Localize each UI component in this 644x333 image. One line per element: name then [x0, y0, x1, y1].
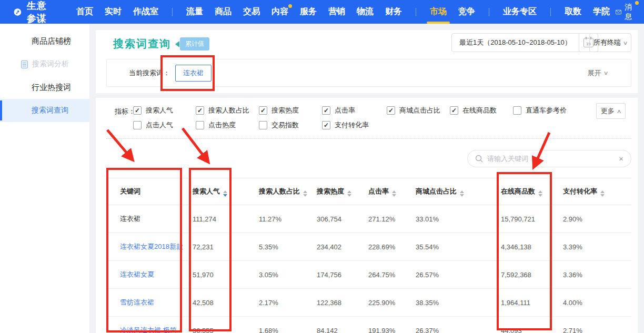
metric-支付转化率[interactable]: ✓支付转化率: [322, 118, 369, 133]
checkbox-checked[interactable]: ✓: [196, 106, 204, 115]
nav-item-内容[interactable]: 内容: [271, 0, 288, 24]
nav-item-物流[interactable]: 物流: [357, 0, 374, 24]
nav-item-财务[interactable]: 财务: [385, 0, 402, 24]
column-header-在线商品数[interactable]: 在线商品数: [497, 178, 559, 205]
nav-item-商品[interactable]: 商品: [215, 0, 232, 24]
keyword-cell[interactable]: 连衣裙女夏: [106, 261, 188, 289]
table-header-row: 关键词搜索人气搜索人数占比搜索热度点击率商城点击占比在线商品数支付转化率: [106, 178, 631, 205]
page-title: 搜索词查询: [113, 37, 171, 51]
value-cell: 3.39%: [559, 233, 631, 261]
nav-item-流量[interactable]: 流量: [186, 0, 203, 24]
nav-item-实时[interactable]: 实时: [105, 0, 122, 24]
nav-item-服务[interactable]: 服务: [300, 0, 317, 24]
nav-item-学院[interactable]: 学院: [593, 0, 610, 24]
sort-icon[interactable]: [392, 190, 396, 197]
metric-label: 点击热度: [208, 120, 236, 130]
sort-icon[interactable]: [460, 190, 464, 197]
metric-搜索人气[interactable]: ✓搜索人气: [133, 103, 173, 118]
metric-商城点击占比[interactable]: ✓商城点击占比: [387, 103, 440, 118]
checkbox-checked[interactable]: ✓: [322, 121, 330, 129]
column-header-搜索人数占比[interactable]: 搜索人数占比: [255, 178, 313, 205]
nav-item-竞争[interactable]: 竞争: [458, 0, 475, 24]
checkbox-checked[interactable]: ✓: [387, 106, 395, 115]
metric-label: 交易指数: [271, 120, 299, 130]
date-range-text: 最近1天（2018-05-10~2018-05-10）: [452, 38, 579, 47]
metric-交易指数[interactable]: 交易指数: [259, 118, 299, 133]
sidebar-item-行业热搜词[interactable]: 行业热搜词: [0, 76, 89, 99]
chevron-up-icon: ∧: [616, 108, 621, 114]
sort-icon[interactable]: [303, 190, 307, 197]
terminal-label: 所有终端: [593, 38, 621, 47]
results-card: 指标： ✓搜索人气✓搜索人数占比✓搜索热度✓点击率✓商城点击占比✓在线商品数直通…: [96, 98, 638, 333]
nav-item-作战室[interactable]: 作战室: [133, 0, 158, 24]
metric-在线商品数[interactable]: ✓在线商品数: [450, 103, 497, 118]
checkbox-checked[interactable]: ✓: [259, 106, 267, 115]
metric-label: 搜索人数占比: [208, 106, 249, 115]
metric-点击热度[interactable]: 点击热度: [196, 118, 236, 133]
value-cell: 4.00%: [559, 289, 631, 317]
nav-item-营销[interactable]: 营销: [328, 0, 345, 24]
current-search-term[interactable]: 连衣裙: [175, 65, 212, 82]
keyword-search-input[interactable]: [487, 155, 615, 163]
sidebar-item-搜索词分析[interactable]: 搜索词分析: [0, 53, 89, 76]
messages-label: 消息: [625, 3, 635, 22]
expand-link[interactable]: 展开 ∨: [588, 68, 608, 78]
clear-icon[interactable]: ×: [619, 154, 623, 163]
metrics-label: 指标：: [115, 107, 135, 116]
brand[interactable]: 生意参谋: [14, 0, 49, 25]
sort-icon[interactable]: [600, 190, 605, 197]
document-icon: [21, 60, 28, 68]
sort-icon[interactable]: [223, 190, 227, 197]
nav-item-取数[interactable]: 取数: [565, 0, 581, 24]
nav-item-交易[interactable]: 交易: [243, 0, 260, 24]
metric-搜索热度[interactable]: ✓搜索热度: [259, 103, 299, 118]
date-range-picker[interactable]: 最近1天（2018-05-10~2018-05-10） 15: [451, 33, 598, 52]
sort-icon[interactable]: [538, 190, 542, 197]
sort-desc-icon: [347, 194, 351, 197]
value-cell: 5.35%: [255, 233, 313, 261]
value-cell: 3.36%: [559, 261, 631, 289]
column-header-商城点击占比[interactable]: 商城点击占比: [411, 178, 497, 205]
sort-asc-icon: [223, 190, 227, 193]
metric-点击人气[interactable]: 点击人气: [133, 118, 173, 133]
terminal-select[interactable]: 所有终端 ∨: [589, 33, 631, 52]
nav-item-业务专区[interactable]: 业务专区: [503, 0, 537, 24]
column-header-支付转化率[interactable]: 支付转化率: [559, 178, 631, 205]
chevron-down-icon: ∨: [622, 40, 628, 46]
column-header-搜索人气[interactable]: 搜索人气: [188, 178, 255, 205]
checkbox-checked[interactable]: ✓: [450, 106, 458, 115]
table-row: 连衣裙111,27411.27%306,754271.12%33.01%15,7…: [106, 205, 631, 233]
nav-item-市场[interactable]: 市场: [430, 0, 447, 24]
sort-desc-icon: [223, 194, 227, 197]
keyword-cell[interactable]: 冷淡风连衣裙 极简: [106, 317, 188, 333]
keyword-cell[interactable]: 雪纺连衣裙: [106, 289, 188, 317]
nav-items: 首页实时作战室流量商品交易内容服务营销物流财务市场竞争业务专区取数学院: [71, 0, 616, 24]
more-metrics-button[interactable]: 更多 ∧: [596, 103, 626, 119]
value-cell: 26.37%: [411, 317, 497, 333]
checkbox-unchecked[interactable]: [196, 121, 204, 129]
keyword-cell[interactable]: 连衣裙女夏2018新款: [106, 233, 188, 261]
messages-button[interactable]: 消息: [616, 3, 635, 22]
notification-dot: [288, 4, 292, 8]
envelope-icon: [616, 9, 621, 15]
nav-item-首页[interactable]: 首页: [76, 0, 93, 24]
sort-icon[interactable]: [347, 190, 351, 197]
metric-label: 搜索人气: [146, 106, 173, 115]
checkbox-unchecked[interactable]: [513, 106, 521, 115]
metric-点击率[interactable]: ✓点击率: [322, 103, 355, 118]
value-cell: 191.93%: [364, 317, 411, 333]
column-header-点击率[interactable]: 点击率: [364, 178, 411, 205]
checkbox-unchecked[interactable]: [133, 121, 142, 129]
checkbox-checked[interactable]: ✓: [133, 106, 142, 115]
checkbox-checked[interactable]: ✓: [322, 106, 330, 115]
metric-直通车参考价[interactable]: 直通车参考价: [513, 103, 567, 118]
value-cell: 2.71%: [559, 317, 631, 333]
metric-搜索人数占比[interactable]: ✓搜索人数占比: [196, 103, 249, 118]
sidebar-item-搜索词查询[interactable]: 搜索词查询: [0, 99, 89, 122]
sidebar-item-商品店铺榜[interactable]: 商品店铺榜: [0, 29, 89, 53]
table-body: 连衣裙111,27411.27%306,754271.12%33.01%15,7…: [106, 205, 631, 333]
column-header-搜索热度[interactable]: 搜索热度: [313, 178, 364, 205]
checkbox-unchecked[interactable]: [259, 121, 267, 129]
value-cell: 84,142: [313, 317, 364, 333]
value-cell: 174,756: [313, 261, 364, 289]
